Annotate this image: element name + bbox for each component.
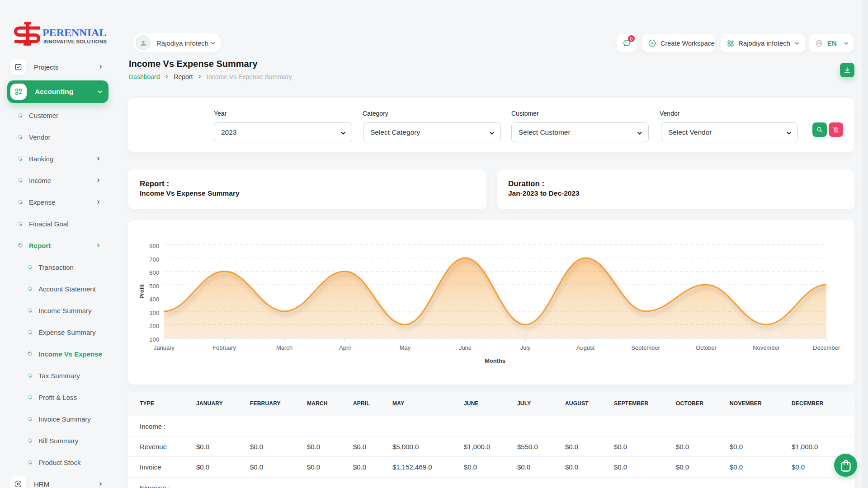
svg-text:INNOVATIVE SOLUTIONS: INNOVATIVE SOLUTIONS <box>43 38 107 44</box>
svg-text:Profit: Profit <box>139 284 145 298</box>
svg-text:300: 300 <box>149 310 159 316</box>
svg-text:October: October <box>696 344 717 351</box>
svg-text:May: May <box>400 344 411 351</box>
svg-text:600: 600 <box>149 269 159 276</box>
svg-text:500: 500 <box>149 283 159 290</box>
svg-text:January: January <box>154 344 175 351</box>
svg-text:400: 400 <box>149 296 159 303</box>
svg-text:100: 100 <box>149 336 159 343</box>
svg-text:February: February <box>212 344 236 351</box>
svg-text:December: December <box>813 344 840 351</box>
svg-text:200: 200 <box>149 323 159 329</box>
svg-text:June: June <box>459 344 472 351</box>
svg-text:700: 700 <box>149 256 159 263</box>
svg-text:April: April <box>339 344 351 351</box>
svg-text:PERENNIAL: PERENNIAL <box>42 27 106 38</box>
svg-text:July: July <box>520 344 531 351</box>
svg-text:September: September <box>631 344 660 351</box>
svg-text:Months: Months <box>485 357 505 364</box>
svg-text:March: March <box>276 344 292 351</box>
svg-text:800: 800 <box>149 243 159 249</box>
svg-text:November: November <box>753 344 780 351</box>
svg-text:August: August <box>576 344 595 351</box>
